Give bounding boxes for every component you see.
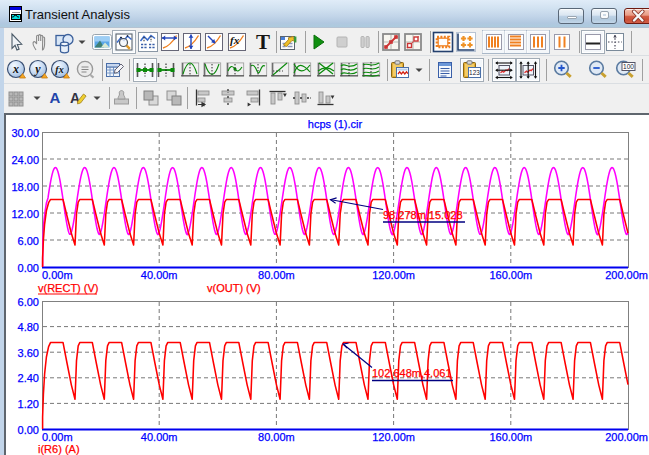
svg-text:30.00: 30.00: [11, 127, 39, 139]
svg-text:12.00: 12.00: [11, 208, 39, 220]
svg-text:0.00: 0.00: [18, 424, 39, 436]
svg-text:i(R6) (A): i(R6) (A): [38, 443, 80, 455]
svg-text:v(OUT) (V): v(OUT) (V): [207, 282, 261, 294]
svg-text:3.60: 3.60: [18, 347, 39, 359]
svg-text:24.00: 24.00: [11, 154, 39, 166]
svg-text:120.00m: 120.00m: [372, 431, 415, 443]
svg-text:80.00m: 80.00m: [258, 431, 295, 443]
svg-text:160.00m: 160.00m: [489, 431, 532, 443]
svg-text:0.00m: 0.00m: [42, 431, 73, 443]
svg-text:102.648m,4.061: 102.648m,4.061: [372, 367, 452, 379]
svg-text:98.278m,15.028: 98.278m,15.028: [383, 209, 463, 221]
svg-text:40.00m: 40.00m: [141, 269, 178, 281]
svg-text:4.80: 4.80: [18, 321, 39, 333]
svg-text:1.20: 1.20: [18, 398, 39, 410]
svg-text:160.00m: 160.00m: [489, 269, 532, 281]
svg-text:18.00: 18.00: [11, 181, 39, 193]
svg-text:0.00m: 0.00m: [42, 269, 73, 281]
svg-text:200.00m: 200.00m: [605, 431, 648, 443]
svg-text:6.00: 6.00: [18, 235, 39, 247]
svg-text:40.00m: 40.00m: [141, 431, 178, 443]
svg-text:120.00m: 120.00m: [372, 269, 415, 281]
svg-text:2.40: 2.40: [18, 372, 39, 384]
svg-text:6.00: 6.00: [18, 296, 39, 308]
svg-text:hcps (1).cir: hcps (1).cir: [308, 118, 363, 130]
svg-text:v(RECT) (V): v(RECT) (V): [38, 282, 99, 294]
svg-text:200.00m: 200.00m: [605, 269, 648, 281]
svg-text:80.00m: 80.00m: [258, 269, 295, 281]
svg-text:0.00: 0.00: [18, 262, 39, 274]
